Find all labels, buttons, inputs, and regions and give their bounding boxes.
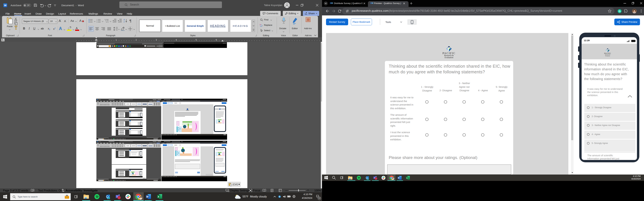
svg-text:X: X — [406, 177, 408, 179]
svg-text:3: 3 — [96, 22, 97, 23]
svg-text:W: W — [398, 177, 400, 179]
svg-text:A: A — [124, 19, 125, 21]
svg-text:2: 2 — [96, 20, 97, 21]
svg-text:NEW: NEW — [108, 198, 110, 199]
svg-text:1: 1 — [96, 19, 97, 20]
svg-text:NEW: NEW — [367, 179, 369, 180]
svg-text:Z: Z — [124, 21, 124, 23]
svg-text:X: X — [158, 196, 159, 198]
svg-text:b: b — [260, 24, 261, 25]
svg-text:c: c — [261, 24, 262, 25]
svg-text:W: W — [146, 196, 148, 198]
